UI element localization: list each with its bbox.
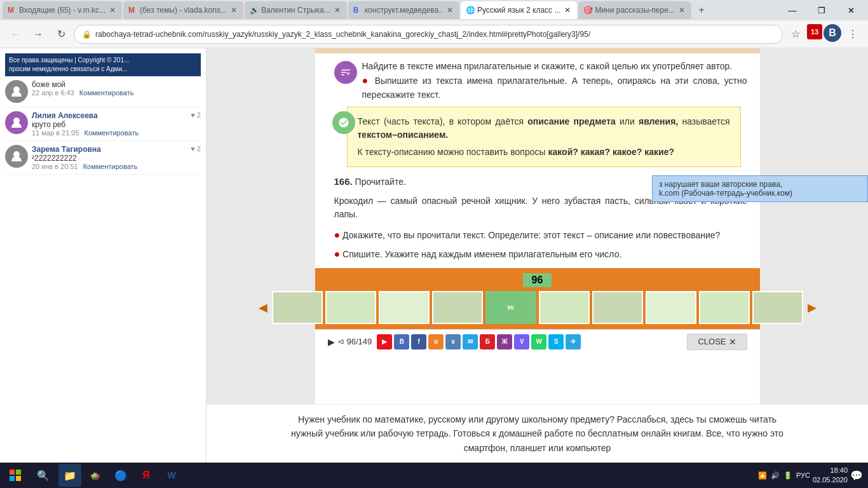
start-button[interactable] xyxy=(0,463,31,488)
main-area: Все права защищены | Copyright © 201... … xyxy=(0,48,868,463)
menu-button[interactable]: ⋮ xyxy=(843,24,863,44)
notification-icon[interactable]: 💬 xyxy=(850,470,863,482)
taskbar-ie[interactable]: 🔵 xyxy=(109,464,132,487)
tab-4-label: конструкт.медведева.. xyxy=(365,6,443,15)
network-icon: 🔼 xyxy=(758,471,767,480)
progress-text: 96/149 xyxy=(347,337,372,346)
tab-5-close[interactable]: ✕ xyxy=(563,6,572,15)
comment-reply-2[interactable]: Комментировать xyxy=(85,129,139,137)
social-blog[interactable]: Б xyxy=(480,334,495,349)
minimize-button[interactable]: — xyxy=(778,0,807,20)
profile-button[interactable]: В xyxy=(824,24,841,42)
tab-1-label: Входящие (65) - v.m.kc... xyxy=(19,6,105,15)
clock-time: 18:40 xyxy=(813,466,848,475)
social-lj[interactable]: Ж xyxy=(497,334,512,349)
social-fb[interactable]: f xyxy=(411,334,426,349)
social-telegram[interactable]: ✈ xyxy=(566,334,581,349)
thumb-1-inner xyxy=(273,292,322,323)
extension-button[interactable]: 13 xyxy=(807,24,822,39)
comment-meta-1: 22 апр в 6:43 Комментировать xyxy=(32,89,201,97)
comment-reply-1[interactable]: Комментировать xyxy=(79,89,134,97)
taskbar: 🔍 📁 🔵 Я W 🔼 🔊 🔋 РУС 18:40 02.05.2020 💬 xyxy=(0,463,868,488)
thumb-1[interactable] xyxy=(272,291,323,324)
bullet-1: ● Выпишите из текста имена прилагательны… xyxy=(362,73,747,102)
thumbnail-strip: ◀ 96 ▶ xyxy=(257,291,818,324)
speaker-icon: 🔊 xyxy=(771,471,780,480)
comment-reply-3[interactable]: Комментировать xyxy=(83,163,138,170)
tab-4-close[interactable]: ✕ xyxy=(445,6,454,15)
comment-date-3: 20 янв в 20:51 xyxy=(32,163,78,170)
prev-arrow[interactable]: ◀ xyxy=(257,301,269,315)
tab-4[interactable]: В конструкт.медведева.. ✕ xyxy=(348,1,459,19)
comment-text-3: ²2222222222 xyxy=(32,154,187,163)
new-tab-button[interactable]: + xyxy=(693,1,710,19)
page-navigation: 96 ◀ 96 ▶ xyxy=(315,268,760,329)
maximize-button[interactable]: ❐ xyxy=(807,0,836,20)
tab-6-close[interactable]: ✕ xyxy=(677,6,686,15)
tab-2-close[interactable]: ✕ xyxy=(229,6,238,15)
comment-date-2: 11 мар в 21:05 xyxy=(32,129,79,137)
book-content: Найдите в тексте имена прилагательные и … xyxy=(315,53,760,268)
tab-3-favicon: 🔊 xyxy=(250,6,259,15)
battery-icon: 🔋 xyxy=(783,471,792,480)
page-number: 96 xyxy=(523,273,552,287)
tab-6[interactable]: 🎯 Мини рассказы-пере... ✕ xyxy=(578,1,691,19)
bookmark-button[interactable]: ☆ xyxy=(785,24,806,44)
taskbar-word[interactable]: W xyxy=(160,464,183,487)
social-ok[interactable]: о xyxy=(428,334,444,349)
thumb-6[interactable] xyxy=(539,291,590,324)
thumb-4[interactable] xyxy=(432,291,483,324)
close-button[interactable]: CLOSE ✕ xyxy=(687,334,747,350)
thumb-2[interactable] xyxy=(325,291,376,324)
taskbar-file-explorer[interactable]: 📁 xyxy=(58,464,81,487)
address-bar[interactable]: 🔒 rabochaya-tetrad-uchebnik.com/russkiy_… xyxy=(74,25,783,44)
play-icon[interactable]: ▶ xyxy=(328,337,335,347)
social-vk2[interactable]: к xyxy=(445,334,461,349)
next-arrow[interactable]: ▶ xyxy=(806,301,818,315)
comment-body-1: боже мой 22 апр в 6:43 Комментировать xyxy=(32,80,201,103)
close-icon: ✕ xyxy=(729,337,736,347)
comment-text-2: круто реб xyxy=(32,120,187,129)
thumb-10[interactable] xyxy=(752,291,803,324)
social-skype[interactable]: S xyxy=(548,334,564,349)
browser-window: M Входящие (65) - v.m.kc... ✕ M (без тем… xyxy=(0,0,868,463)
tab-3-close[interactable]: ✕ xyxy=(333,6,342,15)
tab-6-favicon: 🎯 xyxy=(583,6,592,15)
tab-2-label: (без темы) - vlada.kons... xyxy=(140,6,227,15)
taskbar-right: 🔼 🔊 🔋 РУС 18:40 02.05.2020 💬 xyxy=(758,466,868,485)
thumb-8[interactable] xyxy=(646,291,696,324)
thumb-7[interactable] xyxy=(592,291,643,324)
tab-1[interactable]: M Входящие (65) - v.m.kc... ✕ xyxy=(3,1,122,19)
tab-5[interactable]: 🌐 Русский язык 2 класс ... ✕ xyxy=(461,1,577,19)
bottom-bar: ▶ ⊲ 96/149 ▶ В f о к ✉ Б xyxy=(315,329,760,354)
taskbar-search[interactable]: 🔍 xyxy=(31,463,56,488)
social-viber[interactable]: V xyxy=(514,334,529,349)
forward-button[interactable]: → xyxy=(28,24,48,44)
tab-2[interactable]: M (без темы) - vlada.kons... ✕ xyxy=(123,1,243,19)
tab-1-close[interactable]: ✕ xyxy=(108,6,117,15)
thumb-5[interactable]: 96 xyxy=(485,291,536,324)
thumb-3[interactable] xyxy=(379,291,430,324)
thumb-9[interactable] xyxy=(699,291,750,324)
taskbar-apps: 📁 🔵 Я W xyxy=(56,464,186,487)
tab-3[interactable]: 🔊 Валентин Стрыка... ✕ xyxy=(245,1,347,19)
window-controls: — ❐ ✕ xyxy=(778,0,865,20)
taskbar-chrome[interactable] xyxy=(84,464,107,487)
taskbar-yandex[interactable]: Я xyxy=(135,464,158,487)
close-window-button[interactable]: ✕ xyxy=(836,0,865,20)
clock-date: 02.05.2020 xyxy=(813,475,848,485)
close-button-label: CLOSE xyxy=(698,337,726,346)
bullet-icon-2: ● xyxy=(334,229,341,240)
thumb-6-inner xyxy=(540,292,588,323)
reload-button[interactable]: ↻ xyxy=(51,24,71,44)
social-vk[interactable]: В xyxy=(394,334,409,349)
prev-page-icon[interactable]: ⊲ xyxy=(337,337,344,346)
svg-rect-5 xyxy=(10,476,15,481)
social-rutube[interactable]: ▶ xyxy=(377,334,392,349)
social-mail[interactable]: ✉ xyxy=(463,334,478,349)
tab-2-favicon: M xyxy=(128,6,137,15)
back-button[interactable]: ← xyxy=(5,24,25,44)
bullet-3: ● Спишите. Укажите над каждым именем при… xyxy=(334,247,747,262)
system-tray: 🔼 🔊 🔋 РУС xyxy=(758,471,810,480)
social-whatsapp[interactable]: W xyxy=(531,334,546,349)
